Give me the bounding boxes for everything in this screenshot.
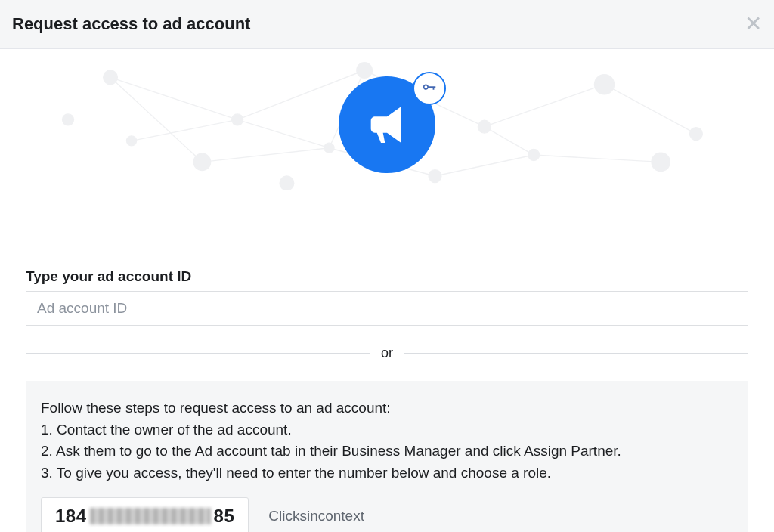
svg-line-7: [435, 155, 534, 176]
svg-line-5: [202, 148, 329, 162]
business-id-prefix: 184: [55, 506, 87, 527]
svg-point-19: [194, 153, 210, 170]
svg-line-4: [110, 77, 202, 162]
instructions-box: Follow these steps to request access to …: [26, 381, 748, 532]
svg-line-3: [485, 85, 605, 127]
separator-row: or: [26, 345, 748, 361]
business-id-redacted: [90, 508, 211, 524]
separator-text: or: [381, 345, 393, 361]
dialog-title: Request access to ad account: [12, 14, 250, 34]
svg-point-27: [280, 176, 294, 190]
instructions-step-2: 2. Ask them to go to the Ad account tab …: [41, 441, 733, 462]
svg-point-24: [690, 128, 703, 141]
svg-line-10: [237, 119, 329, 147]
hero-badge: [339, 76, 435, 173]
svg-point-18: [594, 75, 614, 94]
svg-line-0: [110, 77, 237, 119]
svg-point-25: [127, 136, 137, 146]
ad-account-id-input[interactable]: [26, 291, 748, 326]
svg-point-26: [63, 114, 74, 125]
svg-point-17: [478, 120, 491, 133]
dialog-header: Request access to ad account ✕: [0, 0, 774, 49]
input-label: Type your ad account ID: [26, 268, 748, 285]
svg-point-20: [324, 143, 334, 153]
dialog-content: Type your ad account ID or Follow these …: [0, 49, 774, 532]
instructions-step-1: 1. Contact the owner of the ad account.: [41, 419, 733, 441]
svg-point-15: [232, 114, 243, 125]
svg-line-8: [534, 155, 661, 162]
svg-point-23: [652, 153, 670, 171]
svg-point-14: [104, 70, 118, 85]
key-icon: [413, 72, 446, 105]
business-id-suffix: 85: [214, 506, 235, 527]
business-id-box[interactable]: 184 85: [41, 497, 249, 532]
svg-line-9: [605, 85, 696, 134]
instructions-step-3: 3. To give you access, they'll need to e…: [41, 462, 733, 484]
instructions-text: Follow these steps to request access to …: [41, 397, 733, 484]
close-icon[interactable]: ✕: [745, 14, 762, 35]
separator-line-right: [404, 353, 748, 354]
share-id-row: 184 85 Clicksincontext: [41, 497, 733, 532]
separator-line-left: [26, 353, 370, 354]
megaphone-icon: [339, 76, 435, 173]
svg-line-11: [485, 127, 534, 155]
business-name: Clicksincontext: [268, 508, 364, 524]
instructions-intro: Follow these steps to request access to …: [41, 397, 733, 419]
svg-line-12: [132, 119, 237, 141]
hero-area: [26, 49, 748, 200]
svg-point-22: [528, 150, 540, 161]
